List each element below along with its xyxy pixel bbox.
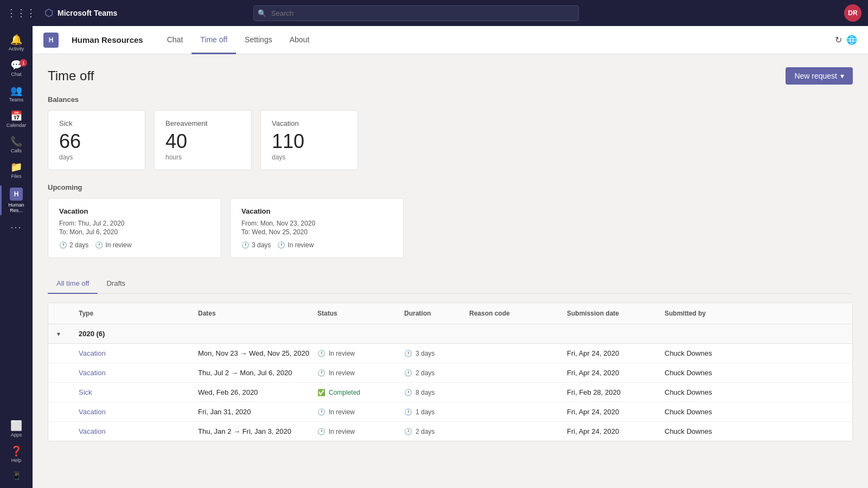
page-title-row: Time off New request ▾ — [48, 67, 853, 85]
tab-settings[interactable]: Settings — [236, 27, 281, 54]
search-bar: 🔍 — [253, 5, 579, 21]
row-status-1: 🕐 In review — [317, 350, 404, 357]
col-submitted-by[interactable]: Submitted by — [665, 310, 762, 317]
upcoming-card-2-meta: 🕐 3 days 🕐 In review — [241, 241, 392, 249]
row-duration-1: 🕐 3 days — [404, 350, 469, 357]
row-status-3: ✅ Completed — [317, 389, 404, 396]
clock-icon-2: 🕐 — [241, 241, 250, 249]
row-submission-1: Fri, Apr 24, 2020 — [567, 349, 665, 357]
tab-drafts[interactable]: Drafts — [98, 274, 134, 294]
balance-type-vacation: Vacation — [272, 119, 347, 127]
col-dates[interactable]: Dates — [198, 310, 317, 317]
upcoming-card-2-type: Vacation — [241, 207, 392, 215]
col-reason-code[interactable]: Reason code — [469, 310, 567, 317]
sidebar-more[interactable]: ··· — [0, 217, 33, 237]
row-type-1[interactable]: Vacation — [79, 349, 198, 357]
row-duration-4: 🕐 1 days — [404, 408, 469, 416]
table-row: Sick Wed, Feb 26, 2020 ✅ Completed 🕐 8 d… — [48, 383, 852, 402]
sidebar-item-human-res[interactable]: H Human Res... — [0, 183, 33, 217]
new-request-button[interactable]: New request ▾ — [786, 67, 853, 85]
row-type-2[interactable]: Vacation — [79, 369, 198, 377]
topbar-right: DR — [844, 4, 861, 22]
duration-clock-icon-5: 🕐 — [404, 428, 412, 435]
row-type-3[interactable]: Sick — [79, 388, 198, 396]
upcoming-card-2-to: To: Wed, Nov 25, 2020 — [241, 228, 392, 236]
status-clock-icon-4: 🕐 — [317, 408, 326, 416]
table-header: Type Dates Status Duration Reason code S… — [48, 303, 852, 324]
page-title: Time off — [48, 68, 94, 84]
balance-number-bereavement: 40 — [165, 132, 240, 151]
sidebar-item-apps[interactable]: ⬜ Apps — [0, 416, 33, 442]
table-row: Vacation Fri, Jan 31, 2020 🕐 In review 🕐… — [48, 402, 852, 422]
row-dates-5: Thu, Jan 2 → Fri, Jan 3, 2020 — [198, 427, 317, 435]
search-input[interactable] — [253, 5, 579, 21]
row-submitted-5: Chuck Downes — [665, 427, 762, 435]
row-dates-1: Mon, Nov 23 → Wed, Nov 25, 2020 — [198, 349, 317, 357]
status-clock-icon-5: 🕐 — [317, 428, 326, 435]
row-submission-2: Fri, Apr 24, 2020 — [567, 369, 665, 377]
col-expand — [57, 310, 79, 317]
col-submission-date[interactable]: Submission date — [567, 310, 665, 317]
row-submitted-4: Chuck Downes — [665, 408, 762, 416]
sidebar: 🔔 Activity 💬 Chat 1 👥 Teams 📅 Calendar 📞… — [0, 26, 33, 488]
balance-type-bereavement: Bereavement — [165, 119, 240, 127]
upcoming-card-1-type: Vacation — [59, 207, 210, 215]
channel-header: H Human Resources Chat Time off Settings… — [33, 26, 868, 54]
topbar: ⋮⋮⋮ ⬡ Microsoft Teams 🔍 DR — [0, 0, 868, 26]
tab-all-time-off[interactable]: All time off — [48, 274, 98, 294]
upcoming-cards: Vacation From: Thu, Jul 2, 2020 To: Mon,… — [48, 198, 853, 258]
group-collapse-btn[interactable]: ▾ — [57, 330, 60, 338]
channel-tabs: Chat Time off Settings About — [158, 26, 318, 54]
table-row: Vacation Mon, Nov 23 → Wed, Nov 25, 2020… — [48, 344, 852, 363]
channel-header-actions: ↻ 🌐 — [835, 35, 857, 45]
sidebar-item-calendar[interactable]: 📅 Calendar — [0, 107, 33, 132]
upcoming-card-1-from: From: Thu, Jul 2, 2020 — [59, 220, 210, 227]
table-group-2020: ▾ 2020 (6) — [48, 324, 852, 344]
sidebar-item-help[interactable]: ❓ Help — [0, 442, 33, 467]
refresh-icon[interactable]: ↻ — [835, 35, 842, 45]
tab-chat[interactable]: Chat — [158, 27, 192, 54]
sidebar-item-device[interactable]: 📱 — [0, 467, 33, 484]
sidebar-item-calls[interactable]: 📞 Calls — [0, 132, 33, 158]
channel-icon: H — [43, 33, 59, 48]
duration-clock-icon-2: 🕐 — [404, 369, 412, 377]
grid-icon[interactable]: ⋮⋮⋮ — [7, 7, 36, 19]
row-type-5[interactable]: Vacation — [79, 427, 198, 435]
tab-time-off[interactable]: Time off — [192, 27, 236, 54]
globe-icon[interactable]: 🌐 — [846, 35, 857, 45]
upcoming-card-1-status: 🕐 In review — [95, 241, 131, 249]
balance-cards: Sick 66 days Bereavement 40 hours Vacati… — [48, 110, 853, 170]
status-clock-icon-2: 🕐 — [317, 369, 326, 377]
upcoming-card-1-duration: 🕐 2 days — [59, 241, 88, 249]
col-type[interactable]: Type — [79, 310, 198, 317]
duration-clock-icon-3: 🕐 — [404, 389, 412, 396]
row-type-4[interactable]: Vacation — [79, 408, 198, 416]
duration-clock-icon-4: 🕐 — [404, 408, 412, 416]
col-status[interactable]: Status — [317, 310, 404, 317]
row-status-4: 🕐 In review — [317, 408, 404, 416]
table-container: Type Dates Status Duration Reason code S… — [48, 303, 853, 441]
table-tabs: All time off Drafts — [48, 273, 853, 294]
upcoming-card-2-duration: 🕐 3 days — [241, 241, 271, 249]
upcoming-card-2-from: From: Mon, Nov 23, 2020 — [241, 220, 392, 227]
balance-unit-bereavement: hours — [165, 153, 240, 161]
row-status-2: 🕐 In review — [317, 369, 404, 377]
avatar[interactable]: DR — [844, 4, 861, 22]
upcoming-card-2: Vacation From: Mon, Nov 23, 2020 To: Wed… — [230, 198, 404, 258]
chevron-down-icon: ▾ — [840, 72, 844, 80]
col-duration[interactable]: Duration — [404, 310, 469, 317]
balance-type-sick: Sick — [59, 119, 134, 127]
row-submission-3: Fri, Feb 28, 2020 — [567, 388, 665, 396]
sidebar-item-teams[interactable]: 👥 Teams — [0, 81, 33, 107]
sidebar-item-chat[interactable]: 💬 Chat 1 — [0, 56, 33, 81]
sidebar-item-files[interactable]: 📁 Files — [0, 158, 33, 183]
upcoming-card-2-status: 🕐 In review — [277, 241, 314, 249]
calendar-icon: 📅 — [10, 111, 22, 121]
search-icon: 🔍 — [258, 9, 266, 17]
tab-about[interactable]: About — [281, 27, 318, 54]
group-label: 2020 (6) — [79, 330, 762, 338]
files-icon: 📁 — [10, 162, 22, 172]
upcoming-card-1-to: To: Mon, Jul 6, 2020 — [59, 228, 210, 236]
row-duration-3: 🕐 8 days — [404, 389, 469, 396]
sidebar-item-activity[interactable]: 🔔 Activity — [0, 30, 33, 56]
